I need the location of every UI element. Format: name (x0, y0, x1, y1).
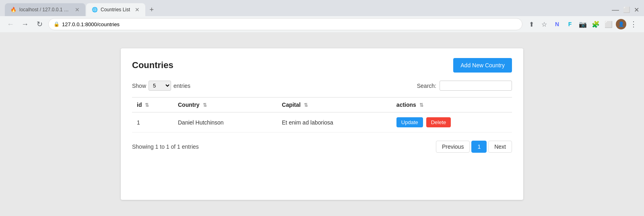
nav-reload-button[interactable]: ↻ (34, 19, 45, 30)
window-minimize[interactable]: — (612, 6, 619, 14)
nav-forward-button[interactable]: → (19, 19, 31, 30)
col-header-actions: actions ⇅ (392, 98, 512, 112)
window-maximize[interactable]: ⬜ (623, 6, 630, 13)
page-content: Countries Add New Country Show 5 10 25 5… (0, 32, 644, 216)
countries-table: id ⇅ Country ⇅ Capital ⇅ actions ⇅ (132, 97, 512, 133)
table-footer: Showing 1 to 1 of 1 entries Previous 1 N… (132, 141, 512, 153)
pagination: Previous 1 Next (436, 141, 512, 153)
browser-chrome: 🔥 localhost / 127.0.0.1 / hafeez_db ✕ 🌐 … (0, 0, 644, 32)
page-title: Countries (132, 60, 173, 71)
avatar[interactable]: 👤 (616, 19, 626, 29)
cell-capital: Et enim ad laboriosa (277, 112, 392, 133)
bookmark-icon[interactable]: ☆ (539, 19, 550, 30)
delete-button[interactable]: Delete (426, 117, 451, 127)
tab-countries-label: Countries List (101, 7, 130, 12)
sort-icon-id[interactable]: ⇅ (145, 102, 149, 108)
browser-tabs: 🔥 localhost / 127.0.0.1 / hafeez_db ✕ 🌐 … (5, 3, 157, 16)
camera-icon[interactable]: 📷 (577, 19, 588, 30)
tab-countries-close[interactable]: ✕ (135, 6, 140, 13)
split-icon[interactable]: ⬜ (603, 19, 614, 30)
page-1-button[interactable]: 1 (471, 141, 487, 153)
show-label: Show (132, 83, 146, 89)
cell-id: 1 (132, 112, 173, 133)
col-header-capital: Capital ⇅ (277, 98, 392, 112)
window-close[interactable]: ✕ (634, 6, 639, 14)
browser-titlebar: 🔥 localhost / 127.0.0.1 / hafeez_db ✕ 🌐 … (0, 0, 644, 16)
show-entries: Show 5 10 25 50 100 entries (132, 81, 190, 91)
col-header-country: Country ⇅ (173, 98, 277, 112)
entries-label: entries (173, 83, 190, 89)
tab-countries-favicon: 🌐 (92, 7, 97, 12)
sort-icon-country[interactable]: ⇅ (203, 102, 207, 108)
lock-icon: 🔒 (54, 21, 60, 27)
nav-back-button[interactable]: ← (5, 19, 16, 30)
share-icon[interactable]: ⬆ (526, 19, 537, 30)
previous-button[interactable]: Previous (436, 141, 470, 153)
tab-db-favicon: 🔥 (10, 7, 16, 12)
controls-row: Show 5 10 25 50 100 entries Search: (132, 81, 512, 91)
update-button[interactable]: Update (396, 117, 423, 127)
address-input[interactable]: 127.0.0.1:8000/countries (62, 21, 517, 27)
search-input[interactable] (440, 81, 512, 91)
menu-icon[interactable]: ⋮ (628, 19, 639, 30)
cell-actions: Update Delete (392, 112, 512, 133)
tab-db-close[interactable]: ✕ (75, 6, 80, 13)
cell-country: Daniel Hutchinson (173, 112, 277, 133)
sort-icon-capital[interactable]: ⇅ (304, 102, 308, 108)
sort-icon-actions[interactable]: ⇅ (419, 102, 423, 108)
add-new-country-button[interactable]: Add New Country (453, 58, 512, 73)
search-box: Search: (417, 81, 512, 91)
tab-countries[interactable]: 🌐 Countries List ✕ (86, 3, 145, 16)
next-button[interactable]: Next (488, 141, 512, 153)
browser-toolbar: ← → ↻ 🔒 127.0.0.1:8000/countries ⬆ ☆ N F… (0, 16, 644, 32)
card-header: Countries Add New Country (132, 58, 512, 73)
puzzle-icon[interactable]: 🧩 (590, 19, 601, 30)
table-header-row: id ⇅ Country ⇅ Capital ⇅ actions ⇅ (132, 98, 512, 112)
address-bar[interactable]: 🔒 127.0.0.1:8000/countries (48, 18, 522, 30)
search-label: Search: (417, 83, 436, 89)
entries-info: Showing 1 to 1 of 1 entries (132, 143, 199, 150)
new-tab-button[interactable]: + (146, 3, 157, 16)
tab-db[interactable]: 🔥 localhost / 127.0.0.1 / hafeez_db ✕ (5, 3, 85, 16)
f-extension-icon[interactable]: F (564, 19, 576, 30)
entries-select[interactable]: 5 10 25 50 100 (149, 81, 171, 91)
countries-card: Countries Add New Country Show 5 10 25 5… (121, 48, 523, 200)
table-row: 1 Daniel Hutchinson Et enim ad laboriosa… (132, 112, 512, 133)
col-header-id: id ⇅ (132, 98, 173, 112)
n-extension-icon[interactable]: N (551, 19, 563, 30)
tab-db-label: localhost / 127.0.0.1 / hafeez_db (19, 7, 70, 12)
toolbar-icons: ⬆ ☆ N F 📷 🧩 ⬜ 👤 ⋮ (526, 19, 639, 30)
